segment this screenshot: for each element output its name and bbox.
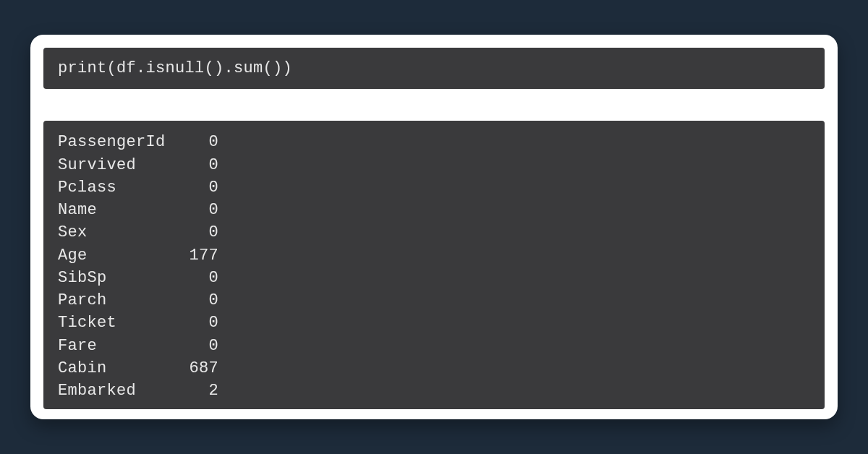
- notebook-card: print(df.isnull().sum()) PassengerId 0 S…: [30, 35, 838, 420]
- table-row: Embarked 2: [58, 380, 810, 402]
- output-cell: PassengerId 0 Survived 0 Pclass 0 Name 0…: [43, 121, 825, 409]
- row-value: 687: [166, 357, 218, 380]
- row-value: 0: [166, 267, 218, 289]
- row-value: 0: [166, 199, 218, 221]
- row-label: Parch: [58, 289, 166, 312]
- row-value: 0: [166, 154, 218, 176]
- table-row: Age 177: [58, 244, 810, 267]
- row-label: Age: [58, 244, 166, 267]
- code-cell: print(df.isnull().sum()): [43, 48, 825, 90]
- table-row: Name 0: [58, 199, 810, 221]
- row-label: Embarked: [58, 380, 166, 402]
- row-value: 0: [166, 176, 218, 199]
- code-line: print(df.isnull().sum()): [58, 59, 292, 77]
- row-label: Name: [58, 199, 166, 221]
- table-row: Ticket 0: [58, 312, 810, 334]
- row-value: 0: [166, 221, 218, 244]
- row-value: 0: [166, 335, 218, 357]
- row-value: 2: [166, 380, 218, 402]
- table-row: Fare 0: [58, 335, 810, 357]
- row-value: 0: [166, 289, 218, 312]
- table-row: Sex 0: [58, 221, 810, 244]
- row-label: Survived: [58, 154, 166, 176]
- row-label: Sex: [58, 221, 166, 244]
- table-row: PassengerId 0: [58, 131, 810, 153]
- row-label: Fare: [58, 335, 166, 357]
- row-label: Cabin: [58, 357, 166, 380]
- row-label: SibSp: [58, 267, 166, 289]
- row-label: Pclass: [58, 176, 166, 199]
- row-value: 0: [166, 312, 218, 334]
- cell-gap: [43, 89, 825, 121]
- table-row: Survived 0: [58, 154, 810, 176]
- table-row: Parch 0: [58, 289, 810, 312]
- row-value: 0: [166, 131, 218, 153]
- table-row: Cabin 687: [58, 357, 810, 380]
- table-row: Pclass 0: [58, 176, 810, 199]
- table-row: SibSp 0: [58, 267, 810, 289]
- row-value: 177: [166, 244, 218, 267]
- row-label: Ticket: [58, 312, 166, 334]
- row-label: PassengerId: [58, 131, 166, 153]
